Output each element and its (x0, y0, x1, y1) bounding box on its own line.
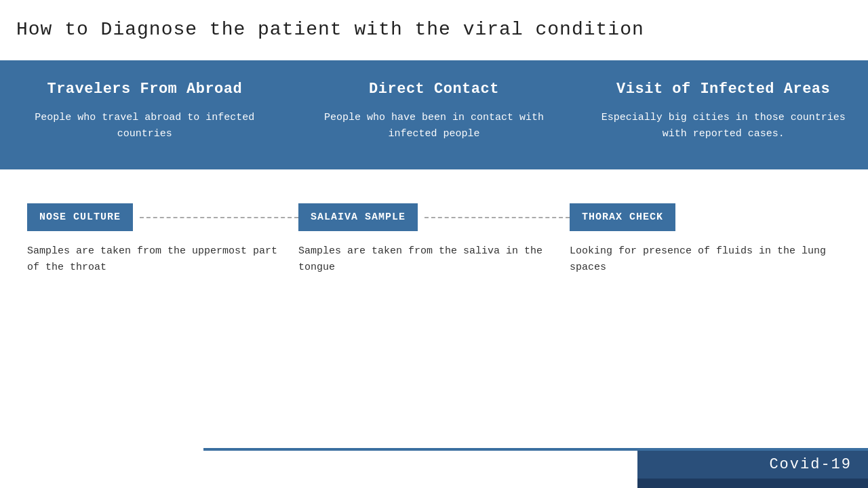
diag-dashes-nose-culture (140, 217, 298, 218)
banner-col-travelers: Travelers From Abroad People who travel … (0, 81, 290, 142)
footer-label: Covid-19 (637, 451, 868, 479)
banner-col-desc-travelers: People who travel abroad to infected cou… (20, 110, 269, 142)
bottom-bar: Covid-19 (0, 448, 868, 488)
diag-badge-saliva-sample: SALAIVA SAMPLE (298, 203, 418, 231)
page-title: How to Diagnose the patient with the vir… (0, 0, 868, 40)
diag-desc-nose-culture: Samples are taken from the uppermost par… (27, 243, 298, 276)
banner-col-title-infected-areas: Visit of Infected Areas (599, 81, 848, 98)
banner-col-title-travelers: Travelers From Abroad (20, 81, 269, 98)
banner-col-infected-areas: Visit of Infected Areas Especially big c… (578, 81, 868, 142)
diag-item-nose-culture: NOSE CULTURE Samples are taken from the … (27, 203, 298, 276)
blue-banner: Travelers From Abroad People who travel … (0, 60, 868, 169)
diag-desc-thorax-check: Looking for presence of fluids in the lu… (570, 243, 841, 276)
diagnostic-section: NOSE CULTURE Samples are taken from the … (0, 169, 868, 296)
diag-badge-nose-culture: NOSE CULTURE (27, 203, 133, 231)
banner-col-direct-contact: Direct Contact People who have been in c… (290, 81, 579, 142)
diag-desc-saliva-sample: Samples are taken from the saliva in the… (298, 243, 570, 276)
diag-badge-thorax-check: THORAX CHECK (570, 203, 675, 231)
bottom-dark-bar (637, 479, 868, 488)
diag-item-saliva-sample: SALAIVA SAMPLE Samples are taken from th… (298, 203, 570, 276)
banner-col-title-direct-contact: Direct Contact (310, 81, 559, 98)
diag-dashes-saliva-sample (425, 217, 570, 218)
banner-col-desc-direct-contact: People who have been in contact with inf… (310, 110, 559, 142)
diag-item-thorax-check: THORAX CHECK Looking for presence of flu… (570, 203, 841, 276)
banner-col-desc-infected-areas: Especially big cities in those countries… (599, 110, 848, 142)
